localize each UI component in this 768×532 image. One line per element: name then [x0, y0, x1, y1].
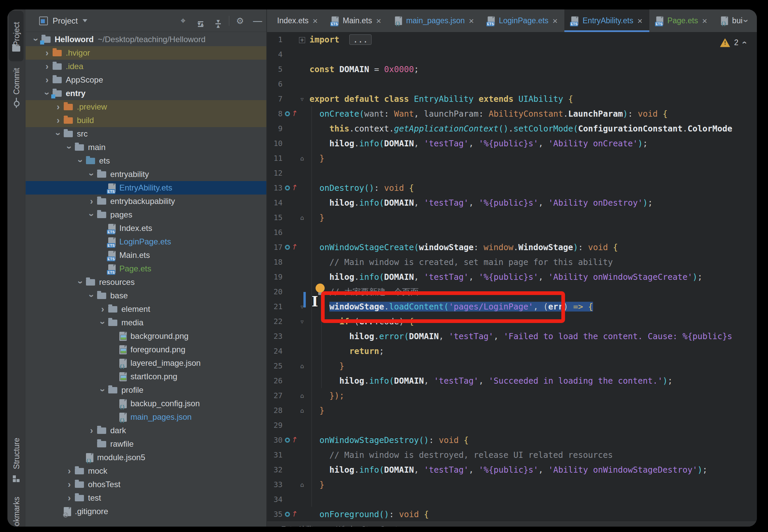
line-number[interactable]: 31 [267, 451, 285, 459]
code-line-19[interactable]: 19 hilog.info(DOMAIN, 'testTag', '%{publ… [267, 269, 757, 284]
line-number[interactable]: 23 [267, 332, 285, 341]
tree-row-entrybackupability[interactable]: ›entrybackupability [26, 195, 266, 208]
tree-row-src[interactable]: ›src [26, 127, 266, 141]
sidebar-item-bookmarks[interactable]: Bookmarks [7, 494, 25, 527]
tree-row-helloword[interactable]: ›Helloword~/Desktop/teaching/Helloword [26, 33, 266, 46]
line-number[interactable]: 33 [267, 480, 285, 489]
code-line-9[interactable]: 9 this.context.getApplicationContext().s… [267, 121, 757, 136]
close-tab-icon[interactable]: × [469, 17, 474, 25]
tree-row-pages[interactable]: ›pages [26, 208, 266, 221]
chevron-down-icon[interactable]: › [87, 290, 96, 301]
fold-open-icon[interactable]: ▿ [297, 318, 307, 325]
tab-index-ets[interactable]: Index.ets× [270, 9, 325, 32]
tree-row-appscope[interactable]: ›AppScope [26, 73, 266, 87]
chevron-down-icon[interactable]: › [98, 317, 107, 328]
code-line-7[interactable]: 7▿export default class EntryAbility exte… [267, 91, 757, 106]
chevron-down-icon[interactable]: › [42, 88, 52, 99]
code-line-1[interactable]: 1+import ... [267, 32, 757, 47]
line-number[interactable]: 9 [267, 124, 285, 133]
settings-gear-icon[interactable]: ⚙ [231, 16, 249, 26]
project-view-selector[interactable]: Project [39, 9, 87, 32]
chevron-right-icon[interactable]: › [53, 102, 64, 112]
tree-row-build[interactable]: ›build [26, 114, 266, 127]
code-line-14[interactable]: 14 hilog.info(DOMAIN, 'testTag', '%{publ… [267, 195, 757, 210]
code-line-17[interactable]: 17↑ onWindowStageCreate(windowStage: win… [267, 240, 757, 255]
code-line-8[interactable]: 8↑ onCreate(want: Want, launchParam: Abi… [267, 106, 757, 121]
line-number[interactable]: 24 [267, 347, 285, 355]
tree-row--idea[interactable]: ›.idea [26, 60, 266, 73]
collapse-all-icon[interactable]: ▼▲ [209, 14, 227, 27]
chevron-right-icon[interactable]: › [41, 76, 53, 85]
line-number[interactable]: 12 [267, 169, 285, 177]
tree-row--preview[interactable]: ›.preview [26, 100, 266, 114]
close-tab-icon[interactable]: × [376, 17, 381, 25]
line-number[interactable]: 30 [267, 436, 285, 444]
code-line-26[interactable]: 26 hilog.info(DOMAIN, 'testTag', 'Succee… [267, 373, 757, 388]
tree-row-dark[interactable]: ›dark [26, 424, 266, 437]
tree-row-starticon-png[interactable]: startIcon.png [26, 370, 266, 383]
chevron-right-icon[interactable]: › [64, 494, 75, 503]
tree-row-entryability-ets[interactable]: ETSEntryAbility.ets [26, 181, 266, 195]
fold-open-icon[interactable]: ▿ [297, 95, 307, 102]
chevron-down-icon[interactable]: › [87, 209, 96, 220]
tree-row-backup-config-json[interactable]: backup_config.json [26, 397, 266, 410]
line-number[interactable]: 19 [267, 273, 285, 281]
line-number[interactable]: 11 [267, 154, 285, 162]
line-number[interactable]: 17 [267, 243, 285, 252]
line-number[interactable]: 35 [267, 510, 285, 519]
tree-row-resources[interactable]: ›resources [26, 275, 266, 289]
line-number[interactable]: 5 [267, 65, 285, 73]
tree-row-profile[interactable]: ›profile [26, 383, 266, 397]
code-line-6[interactable]: 6 [267, 77, 757, 91]
code-line-31[interactable]: 31 // Main window is destroyed, release … [267, 447, 757, 462]
close-tab-icon[interactable]: × [702, 17, 707, 25]
fold-end-icon[interactable]: ⌂ [297, 362, 307, 370]
tree-row-main-ets[interactable]: ETSMain.ets [26, 248, 266, 262]
chevron-right-icon[interactable]: › [64, 480, 75, 489]
line-number[interactable]: 4 [267, 50, 285, 59]
close-tab-icon[interactable]: × [553, 17, 558, 25]
chevron-right-icon[interactable]: › [53, 116, 64, 125]
code-line-10[interactable]: 10 hilog.info(DOMAIN, 'testTag', '%{publ… [267, 136, 757, 151]
code-line-11[interactable]: 11⌂ } [267, 151, 757, 166]
tree-row-module-json5[interactable]: module.json5 [26, 451, 266, 464]
expand-all-icon[interactable]: ▼▲ [192, 14, 209, 28]
tree-row-rawfile[interactable]: rawfile [26, 437, 266, 451]
line-number[interactable]: 32 [267, 466, 285, 474]
tree-row-media[interactable]: ›media [26, 316, 266, 329]
line-number[interactable]: 28 [267, 406, 285, 415]
tree-row-main-pages-json[interactable]: main_pages.json [26, 410, 266, 424]
chevron-up-icon[interactable]: › [739, 41, 749, 44]
tab-main-pages-json[interactable]: main_pages.json× [388, 9, 481, 32]
chevron-right-icon[interactable]: › [86, 426, 97, 435]
code-line-15[interactable]: 15⌂ } [267, 210, 757, 225]
tree-row-mock[interactable]: ›mock [26, 464, 266, 478]
line-number[interactable]: 29 [267, 421, 285, 430]
chevron-right-icon[interactable]: › [41, 62, 53, 71]
code-line-12[interactable]: 12 [267, 166, 757, 180]
line-number[interactable]: 18 [267, 258, 285, 266]
breadcrumb-method[interactable]: onWindowStageCreate [328, 525, 401, 527]
line-number[interactable]: 26 [267, 377, 285, 385]
tab-page-ets[interactable]: ETSPage.ets× [649, 9, 714, 32]
tab-main-ets[interactable]: ETSMain.ets× [325, 9, 388, 32]
tree-row--hvigor[interactable]: ›.hvigor [26, 46, 266, 60]
line-number[interactable]: 15 [267, 213, 285, 222]
code-line-27[interactable]: 27⌂ }); [267, 388, 757, 403]
chevron-down-icon[interactable]: › [65, 142, 74, 153]
tree-row-base[interactable]: ›base [26, 289, 266, 302]
fold-expand-icon[interactable]: + [297, 36, 307, 43]
line-number[interactable]: 20 [267, 288, 285, 296]
line-number[interactable]: 21 [267, 302, 285, 311]
tab-loginpage-ets[interactable]: ETSLoginPage.ets× [481, 9, 564, 32]
code-line-30[interactable]: 30↑ onWindowStageDestroy(): void { [267, 433, 757, 447]
code-line-29[interactable]: 29 [267, 418, 757, 433]
chevron-down-icon[interactable]: › [76, 277, 85, 288]
fold-end-icon[interactable]: ⌂ [297, 481, 307, 488]
tree-row-layered-image-json[interactable]: layered_image.json [26, 356, 266, 370]
chevron-down-icon[interactable]: › [54, 128, 63, 140]
line-number[interactable]: 13 [267, 184, 285, 192]
code-line-35[interactable]: 35↑ onForeground(): void { [267, 507, 757, 522]
code-line-33[interactable]: 33⌂ } [267, 477, 757, 492]
fold-end-icon[interactable]: ⌂ [297, 214, 307, 221]
